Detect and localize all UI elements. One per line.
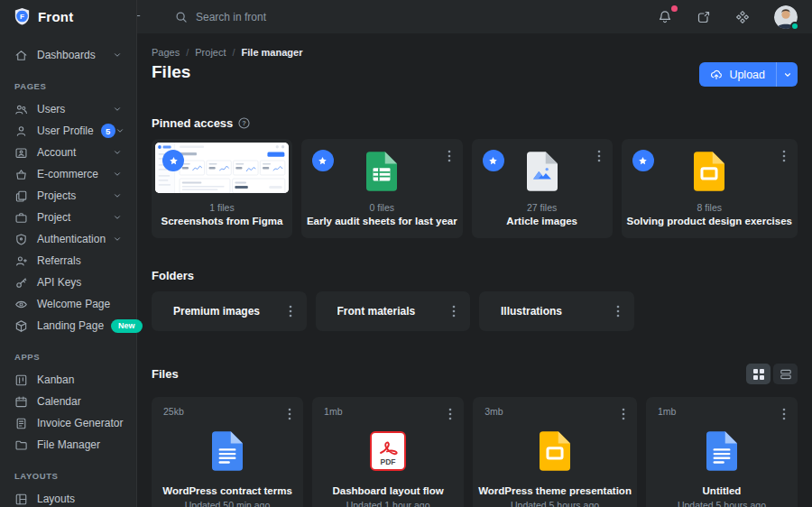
breadcrumb-current: File manager	[242, 47, 303, 58]
upload-button-main[interactable]: Upload	[699, 62, 776, 87]
shield-icon	[14, 233, 28, 246]
breadcrumb-pages[interactable]: Pages	[152, 47, 180, 58]
search-input[interactable]	[196, 11, 367, 23]
folder-card-illustrations[interactable]: Illustrations	[479, 291, 634, 331]
sidebar-nav: Dashboards PAGES Users	[0, 33, 136, 507]
google-sheets-icon	[366, 151, 397, 192]
breadcrumb-project[interactable]: Project	[195, 47, 226, 58]
sidebar-item-layouts[interactable]: Layouts	[7, 488, 129, 507]
page-title: Files	[152, 62, 190, 82]
sidebar-item-dashboards[interactable]: Dashboards	[7, 44, 129, 66]
pinned-card-solving-product-design-exercises[interactable]: 8 files Solving product design exercises	[622, 139, 798, 238]
sidebar-item-account[interactable]: Account	[7, 142, 129, 163]
sidebar-item-referrals[interactable]: Referrals	[7, 250, 129, 272]
file-size: 3mb	[484, 406, 503, 417]
global-search	[175, 11, 367, 23]
image-file-icon	[527, 151, 558, 192]
avatar[interactable]	[774, 5, 798, 29]
sidebar-item-project[interactable]: Project	[7, 207, 129, 228]
sidebar-item-e-commerce[interactable]: E-commerce	[7, 163, 129, 185]
sidebar-item-kanban[interactable]: Kanban	[7, 369, 129, 391]
sidebar-item-file-manager[interactable]: File Manager	[7, 434, 129, 456]
sidebar-item-projects[interactable]: Projects	[7, 185, 129, 207]
card-menu-button[interactable]	[780, 147, 789, 169]
sidebar-item-api-keys[interactable]: API Keys	[7, 272, 129, 293]
sidebar-item-invoice-generator[interactable]: Invoice Generator	[7, 412, 129, 434]
layout-icon	[14, 493, 28, 506]
search-icon	[175, 11, 188, 23]
file-name: WordPress contract terms	[157, 485, 298, 496]
star-badge[interactable]	[632, 150, 654, 171]
file-card-untitled[interactable]: 1mb Untitled Updated 5 hours ago	[646, 397, 798, 507]
upload-button[interactable]: Upload	[699, 62, 798, 87]
file-menu-button[interactable]	[285, 405, 294, 427]
help-icon[interactable]: ?	[238, 117, 250, 129]
files-count: 27 files	[527, 202, 557, 213]
card-menu-button[interactable]	[445, 147, 454, 169]
svg-text:?: ?	[243, 119, 247, 127]
file-updated: Updated 50 min ago	[185, 500, 271, 507]
file-updated: Updated 5 hours ago	[678, 500, 766, 507]
sidebar-item-label: Projects	[37, 189, 76, 202]
users-icon	[14, 103, 28, 116]
pinned-card-screenshots-from-figma[interactable]: 1 files Screenshots from Figma	[152, 139, 292, 238]
file-menu-button[interactable]	[619, 405, 628, 427]
file-menu-button[interactable]	[780, 405, 789, 427]
sidebar-item-label: User Profile	[37, 124, 94, 137]
list-view-button[interactable]	[773, 364, 798, 384]
eye-icon	[14, 298, 28, 311]
basket-icon	[14, 168, 28, 181]
chevron-down-icon	[115, 126, 125, 135]
folder-card-front-materials[interactable]: Front materials	[316, 291, 471, 331]
updates-icon[interactable]	[697, 10, 711, 24]
file-card-dashboard-layout-flow[interactable]: 1mb PDF Dashboard layout flow Updated 1 …	[312, 397, 464, 507]
google-slides-icon	[694, 151, 724, 192]
star-badge[interactable]	[483, 150, 504, 171]
copy-icon	[14, 189, 28, 203]
files-count: 8 files	[697, 202, 722, 213]
pinned-card-early-audit-sheets-for-last-year[interactable]: 0 files Early audit sheets for last year	[301, 139, 463, 238]
upload-dropdown-toggle[interactable]	[776, 62, 798, 87]
breadcrumb-separator: /	[233, 47, 235, 58]
sidebar-item-welcome-page[interactable]: Welcome Page	[7, 293, 129, 315]
sidebar-item-label: File Manager	[37, 438, 100, 451]
card-title: Early audit sheets for last year	[301, 216, 463, 238]
pinned-card-article-images[interactable]: 27 files Article images	[472, 139, 613, 238]
file-card-wordpress-theme-presentation[interactable]: 3mb WordPress theme presentation Updated…	[473, 397, 637, 507]
sidebar-item-calendar[interactable]: Calendar	[7, 391, 129, 412]
folder-menu-button[interactable]	[286, 302, 295, 320]
sidebar-item-users[interactable]: Users	[7, 98, 129, 120]
file-menu-button[interactable]	[446, 405, 455, 427]
online-status-dot	[790, 22, 799, 31]
sidebar-item-label: E-commerce	[37, 168, 98, 180]
folder-menu-button[interactable]	[449, 302, 458, 320]
sidebar-item-authentication[interactable]: Authentication	[7, 228, 129, 250]
sidebar-item-user-profile[interactable]: User Profile 5	[7, 120, 129, 142]
grid-view-button[interactable]	[746, 364, 770, 384]
sidebar-item-label: Calendar	[37, 395, 81, 408]
svg-text:PDF: PDF	[381, 457, 396, 466]
file-card-wordpress-contract-terms[interactable]: 25kb WordPress contract terms Updated 50…	[152, 397, 303, 507]
brand-logo[interactable]: F Front	[0, 0, 136, 33]
card-title: Screenshots from Figma	[156, 216, 289, 238]
sidebar-item-landing-page[interactable]: Landing Page New	[7, 315, 129, 336]
bell-icon[interactable]	[658, 10, 672, 24]
card-menu-button[interactable]	[595, 147, 604, 169]
card-title: Solving product design exercises	[622, 216, 798, 238]
files-count: 1 files	[209, 202, 234, 213]
star-badge[interactable]	[162, 150, 184, 171]
nav-section-label: APPS	[7, 352, 129, 362]
star-badge[interactable]	[312, 150, 334, 171]
apps-icon[interactable]	[735, 10, 750, 24]
sidebar-item-label: Invoice Generator	[37, 417, 123, 429]
front-logo-icon: F	[13, 7, 32, 26]
nav-section-label: LAYOUTS	[7, 471, 129, 481]
file-name: WordPress theme presentation	[473, 485, 637, 496]
chevron-down-icon	[113, 191, 122, 200]
topbar	[137, 0, 812, 33]
folder-menu-button[interactable]	[614, 302, 623, 320]
chevron-down-icon	[113, 148, 122, 157]
folder-card-premium-images[interactable]: Premium images	[152, 291, 307, 331]
file-size: 1mb	[324, 406, 342, 417]
sidebar-item-label: Account	[37, 146, 76, 159]
